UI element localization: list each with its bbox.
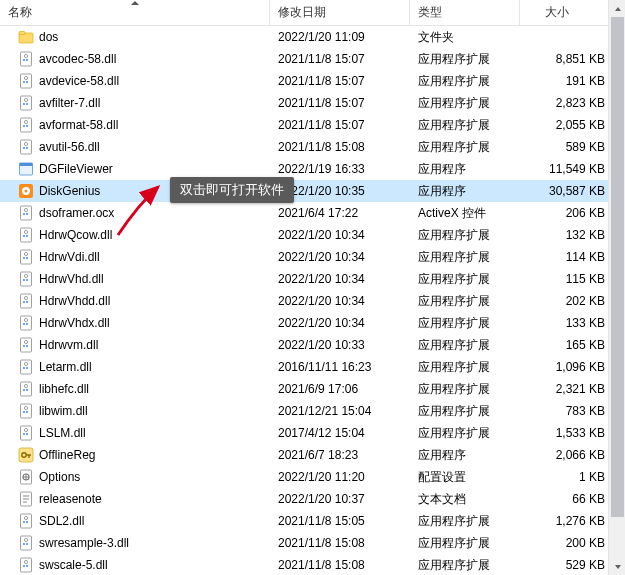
file-name-label: HdrwVhd.dll: [39, 272, 104, 286]
scrollbar-thumb[interactable]: [611, 17, 624, 517]
file-row[interactable]: swscale-5.dll2021/11/8 15:08应用程序扩展529 KB: [0, 554, 625, 575]
file-name-cell[interactable]: HdrwVhd.dll: [0, 271, 270, 287]
file-row[interactable]: libwim.dll2021/12/21 15:04应用程序扩展783 KB: [0, 400, 625, 422]
file-row[interactable]: avdevice-58.dll2021/11/8 15:07应用程序扩展191 …: [0, 70, 625, 92]
file-name-label: dsoframer.ocx: [39, 206, 114, 220]
file-date-cell: 2021/11/8 15:08: [270, 558, 410, 572]
column-header-date[interactable]: 修改日期: [270, 0, 410, 25]
column-header-date-label: 修改日期: [278, 4, 326, 21]
file-row[interactable]: releasenote2022/1/20 10:37文本文档66 KB: [0, 488, 625, 510]
scrollbar-track[interactable]: [609, 17, 625, 558]
dg-icon: [18, 183, 34, 199]
file-name-cell[interactable]: avdevice-58.dll: [0, 73, 270, 89]
file-name-cell[interactable]: LSLM.dll: [0, 425, 270, 441]
file-size-cell: 8,851 KB: [520, 52, 615, 66]
file-row[interactable]: Letarm.dll2016/11/11 16:23应用程序扩展1,096 KB: [0, 356, 625, 378]
file-row[interactable]: swresample-3.dll2021/11/8 15:08应用程序扩展200…: [0, 532, 625, 554]
file-name-cell[interactable]: libhefc.dll: [0, 381, 270, 397]
file-name-label: OfflineReg: [39, 448, 95, 462]
file-name-cell[interactable]: HdrwVdi.dll: [0, 249, 270, 265]
file-name-label: DiskGenius: [39, 184, 100, 198]
file-name-label: avfilter-7.dll: [39, 96, 100, 110]
file-size-cell: 1 KB: [520, 470, 615, 484]
file-row[interactable]: LSLM.dll2017/4/12 15:04应用程序扩展1,533 KB: [0, 422, 625, 444]
file-row[interactable]: HdrwQcow.dll2022/1/20 10:34应用程序扩展132 KB: [0, 224, 625, 246]
dll-icon: [18, 293, 34, 309]
file-type-cell: 应用程序扩展: [410, 337, 520, 354]
file-name-cell[interactable]: avformat-58.dll: [0, 117, 270, 133]
file-size-cell: 191 KB: [520, 74, 615, 88]
file-name-cell[interactable]: HdrwQcow.dll: [0, 227, 270, 243]
file-type-cell: 应用程序扩展: [410, 403, 520, 420]
file-name-cell[interactable]: Letarm.dll: [0, 359, 270, 375]
file-date-cell: 2021/11/8 15:07: [270, 52, 410, 66]
file-size-cell: 206 KB: [520, 206, 615, 220]
file-type-cell: 应用程序: [410, 161, 520, 178]
file-row[interactable]: avcodec-58.dll2021/11/8 15:07应用程序扩展8,851…: [0, 48, 625, 70]
dll-icon: [18, 73, 34, 89]
column-header-size[interactable]: 大小: [520, 0, 615, 25]
file-row[interactable]: avutil-56.dll2021/11/8 15:08应用程序扩展589 KB: [0, 136, 625, 158]
file-row[interactable]: HdrwVhd.dll2022/1/20 10:34应用程序扩展115 KB: [0, 268, 625, 290]
column-header-row: 名称 修改日期 类型 大小: [0, 0, 625, 26]
file-date-cell: 2021/12/21 15:04: [270, 404, 410, 418]
file-name-cell[interactable]: SDL2.dll: [0, 513, 270, 529]
tooltip-hint: 双击即可打开软件: [170, 177, 294, 203]
file-date-cell: 2022/1/20 10:34: [270, 316, 410, 330]
file-row[interactable]: DGFileViewer2022/1/19 16:33应用程序11,549 KB: [0, 158, 625, 180]
file-size-cell: 165 KB: [520, 338, 615, 352]
file-name-cell[interactable]: avcodec-58.dll: [0, 51, 270, 67]
file-row[interactable]: avformat-58.dll2021/11/8 15:07应用程序扩展2,05…: [0, 114, 625, 136]
file-size-cell: 132 KB: [520, 228, 615, 242]
file-row[interactable]: Options2022/1/20 11:20配置设置1 KB: [0, 466, 625, 488]
file-name-cell[interactable]: dsoframer.ocx: [0, 205, 270, 221]
file-row[interactable]: SDL2.dll2021/11/8 15:05应用程序扩展1,276 KB: [0, 510, 625, 532]
file-row[interactable]: OfflineReg2021/6/7 18:23应用程序2,066 KB: [0, 444, 625, 466]
file-row[interactable]: HdrwVdi.dll2022/1/20 10:34应用程序扩展114 KB: [0, 246, 625, 268]
dll-icon: [18, 337, 34, 353]
file-date-cell: 2022/1/19 16:33: [270, 162, 410, 176]
file-row[interactable]: libhefc.dll2021/6/9 17:06应用程序扩展2,321 KB: [0, 378, 625, 400]
file-type-cell: 应用程序扩展: [410, 535, 520, 552]
vertical-scrollbar[interactable]: [608, 0, 625, 575]
file-name-cell[interactable]: Hdrwvm.dll: [0, 337, 270, 353]
file-row[interactable]: avfilter-7.dll2021/11/8 15:07应用程序扩展2,823…: [0, 92, 625, 114]
file-size-cell: 115 KB: [520, 272, 615, 286]
file-date-cell: 2022/1/20 10:34: [270, 272, 410, 286]
file-type-cell: 文件夹: [410, 29, 520, 46]
file-row[interactable]: dos2022/1/20 11:09文件夹: [0, 26, 625, 48]
dll-icon: [18, 51, 34, 67]
file-name-cell[interactable]: swresample-3.dll: [0, 535, 270, 551]
sort-ascending-icon: [131, 1, 139, 5]
file-row[interactable]: dsoframer.ocx2021/6/4 17:22ActiveX 控件206…: [0, 202, 625, 224]
file-name-cell[interactable]: swscale-5.dll: [0, 557, 270, 573]
file-size-cell: 66 KB: [520, 492, 615, 506]
file-date-cell: 2021/11/8 15:07: [270, 118, 410, 132]
key-icon: [18, 447, 34, 463]
file-name-cell[interactable]: avutil-56.dll: [0, 139, 270, 155]
file-type-cell: 应用程序扩展: [410, 381, 520, 398]
file-name-cell[interactable]: Options: [0, 469, 270, 485]
file-row[interactable]: DiskGenius2022/1/20 10:35应用程序30,587 KB: [0, 180, 625, 202]
scroll-up-button[interactable]: [609, 0, 625, 17]
column-header-name[interactable]: 名称: [0, 0, 270, 25]
file-size-cell: 11,549 KB: [520, 162, 615, 176]
scroll-down-button[interactable]: [609, 558, 625, 575]
file-name-cell[interactable]: avfilter-7.dll: [0, 95, 270, 111]
file-name-cell[interactable]: libwim.dll: [0, 403, 270, 419]
column-header-type[interactable]: 类型: [410, 0, 520, 25]
file-name-cell[interactable]: OfflineReg: [0, 447, 270, 463]
file-name-label: Letarm.dll: [39, 360, 92, 374]
file-row[interactable]: HdrwVhdd.dll2022/1/20 10:34应用程序扩展202 KB: [0, 290, 625, 312]
file-name-cell[interactable]: DGFileViewer: [0, 161, 270, 177]
file-name-cell[interactable]: dos: [0, 29, 270, 45]
file-name-cell[interactable]: HdrwVhdd.dll: [0, 293, 270, 309]
file-date-cell: 2017/4/12 15:04: [270, 426, 410, 440]
file-row[interactable]: Hdrwvm.dll2022/1/20 10:33应用程序扩展165 KB: [0, 334, 625, 356]
file-name-cell[interactable]: HdrwVhdx.dll: [0, 315, 270, 331]
file-row[interactable]: HdrwVhdx.dll2022/1/20 10:34应用程序扩展133 KB: [0, 312, 625, 334]
file-name-cell[interactable]: releasenote: [0, 491, 270, 507]
dll-icon: [18, 535, 34, 551]
file-date-cell: 2022/1/20 10:34: [270, 250, 410, 264]
file-date-cell: 2016/11/11 16:23: [270, 360, 410, 374]
